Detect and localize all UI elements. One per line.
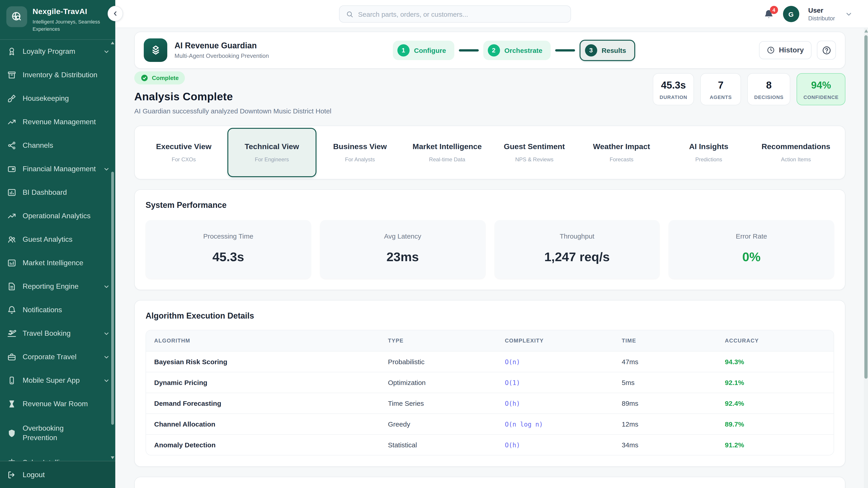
status-badge: Complete [134, 71, 185, 85]
global-search[interactable] [339, 5, 571, 23]
cell-time: 47ms [614, 351, 717, 372]
metric-throughput: Throughput 1,247 req/s [494, 220, 660, 279]
app-window: Nexgile-TravAI Intelligent Journeys, Sea… [0, 0, 868, 488]
stat-agents: 7 AGENTS [701, 73, 741, 105]
metric-value: 23ms [324, 250, 481, 264]
tab-business-view[interactable]: Business View For Analysts [316, 132, 404, 173]
help-button[interactable] [817, 41, 836, 60]
plane-takeoff-icon [7, 329, 16, 338]
sidebar-item-label: Overbooking Prevention [23, 424, 90, 443]
step-orchestrate[interactable]: 2 Orchestrate [483, 40, 550, 60]
page-title: AI Revenue Guardian [175, 41, 269, 51]
scroll-up-arrow-icon[interactable] [111, 41, 114, 44]
search-icon [346, 10, 353, 18]
chevron-down-icon [103, 354, 110, 360]
sidebar-item-revenue-management[interactable]: Revenue Management [0, 110, 115, 134]
history-button[interactable]: History [759, 41, 811, 59]
step-configure[interactable]: 1 Configure [393, 40, 454, 60]
chevron-down-icon [103, 330, 110, 337]
section-heading: Algorithm Execution Details [146, 311, 834, 321]
column-header: ALGORITHM [146, 330, 380, 351]
cell-algorithm: Anomaly Detection [146, 434, 380, 455]
step-results[interactable]: 3 Results [580, 39, 635, 61]
user-name: User [808, 6, 835, 14]
status-badge-label: Complete [152, 74, 179, 81]
metric-processing-time: Processing Time 45.3s [146, 220, 311, 279]
tab-title: Market Intelligence [406, 142, 488, 151]
cell-accuracy: 94.3% [717, 351, 834, 372]
notification-count-badge: 4 [770, 6, 778, 14]
cell-complexity: O(n log n) [497, 414, 614, 434]
step-number: 2 [488, 44, 500, 56]
scroll-up-arrow-icon[interactable] [864, 29, 868, 33]
sidebar-item-reporting-engine[interactable]: Reporting Engine [0, 275, 115, 298]
scroll-down-arrow-icon[interactable] [111, 456, 114, 459]
sidebar-item-financial-management[interactable]: Financial Management [0, 157, 115, 181]
sidebar-item-inventory-distribution[interactable]: Inventory & Distribution [0, 63, 115, 87]
section-heading: System Performance [146, 201, 834, 210]
logout-button[interactable]: Logout [0, 461, 115, 488]
page-scrollbar-thumb[interactable] [864, 35, 868, 379]
page-scrollbar[interactable] [864, 28, 868, 488]
briefcase-icon [7, 352, 16, 361]
chevron-down-icon[interactable] [845, 10, 852, 18]
tab-weather-impact[interactable]: Weather Impact Forecasts [578, 132, 665, 173]
step-number: 1 [397, 44, 409, 56]
tab-title: Business View [319, 142, 401, 151]
bar-chart-icon [7, 258, 16, 267]
sidebar-item-label: Revenue Management [23, 118, 96, 126]
tab-executive-view[interactable]: Executive View For CXOs [140, 132, 227, 173]
tab-recommendations[interactable]: Recommendations Action Items [752, 132, 839, 173]
cell-complexity: O(h) [497, 393, 614, 414]
sidebar-item-housekeeping[interactable]: Housekeeping [0, 87, 115, 110]
cell-type: Time Series [380, 393, 497, 414]
tab-subtitle: Real-time Data [406, 156, 488, 163]
chevron-down-icon [103, 283, 110, 290]
tab-guest-sentiment[interactable]: Guest Sentiment NPS & Reviews [491, 132, 578, 173]
sidebar-item-travel-booking[interactable]: Travel Booking [0, 322, 115, 345]
tab-ai-insights[interactable]: AI Insights Predictions [665, 132, 752, 173]
sidebar-collapse-button[interactable] [107, 6, 123, 21]
table-row: Anomaly Detection Statistical O(h) 34ms … [146, 434, 834, 455]
tab-technical-view[interactable]: Technical View For Engineers [227, 128, 316, 177]
sidebar-item-channels[interactable]: Channels [0, 134, 115, 157]
sidebar-nav: Loyalty Program Inventory & Distribution… [0, 40, 115, 488]
tab-title: Recommendations [755, 142, 837, 151]
sidebar-scrollbar-thumb[interactable] [111, 172, 114, 425]
stat-value: 7 [707, 79, 735, 91]
stat-label: AGENTS [707, 94, 735, 100]
sidebar-item-corporate-travel[interactable]: Corporate Travel [0, 345, 115, 369]
header-actions: History [759, 41, 836, 60]
sidebar-item-revenue-war-room[interactable]: Revenue War Room [0, 392, 115, 416]
sidebar-item-guest-analytics[interactable]: Guest Analytics [0, 228, 115, 251]
sidebar-item-overbooking-prevention[interactable]: Overbooking Prevention [0, 416, 115, 451]
analysis-title: Analysis Complete [134, 90, 331, 103]
sidebar-item-operational-analytics[interactable]: Operational Analytics [0, 204, 115, 228]
chevron-left-icon [112, 10, 119, 17]
search-input[interactable] [358, 10, 564, 18]
status-section: Complete Analysis Complete AI Guardian s… [134, 71, 845, 115]
guardian-titles: AI Revenue Guardian Multi-Agent Overbook… [175, 41, 269, 59]
workflow-stepper: 1 Configure 2 Orchestrate 3 Results [276, 39, 752, 61]
sidebar-scrollbar[interactable] [111, 41, 114, 459]
sidebar-item-bi-dashboard[interactable]: BI Dashboard [0, 181, 115, 204]
chevron-down-icon [103, 377, 110, 384]
shield-icon [7, 429, 16, 438]
trending-up-icon [7, 212, 16, 221]
layers-icon [144, 38, 167, 62]
notifications-button[interactable]: 4 [764, 9, 774, 19]
tab-subtitle: Predictions [668, 156, 750, 163]
sidebar-item-loyalty-program[interactable]: Loyalty Program [0, 40, 115, 63]
clock-icon [767, 46, 775, 54]
user-info[interactable]: User Distributor [808, 6, 835, 22]
avatar[interactable]: G [783, 6, 799, 22]
cell-algorithm: Dynamic Pricing [146, 372, 380, 393]
share-icon [7, 141, 16, 150]
tab-subtitle: For Engineers [231, 156, 313, 163]
page-content: AI Revenue Guardian Multi-Agent Overbook… [115, 28, 868, 488]
sidebar-item-market-intelligence[interactable]: Market Intelligence [0, 251, 115, 275]
tab-market-intelligence[interactable]: Market Intelligence Real-time Data [403, 132, 491, 173]
sidebar-item-mobile-super-app[interactable]: Mobile Super App [0, 369, 115, 392]
sidebar-item-notifications[interactable]: Notifications [0, 298, 115, 322]
stat-confidence: 94% CONFIDENCE [797, 73, 845, 105]
